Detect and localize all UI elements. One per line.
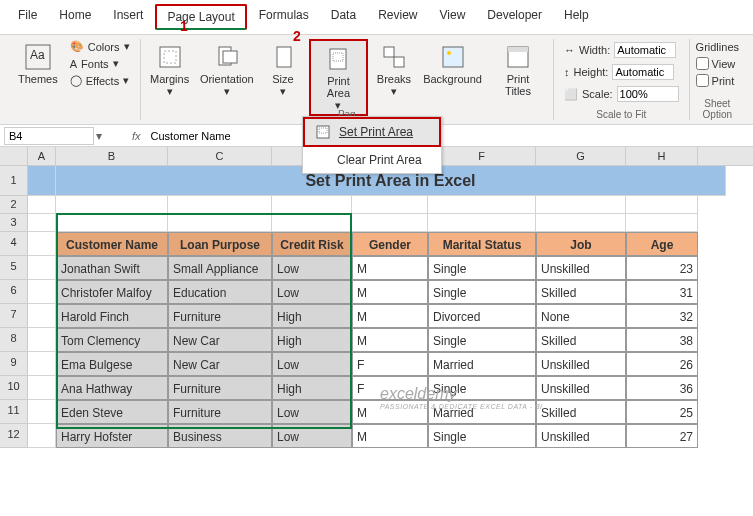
size-button[interactable]: Size▾ [261,39,305,116]
cell-D5[interactable]: Low [272,256,352,280]
cell-H9[interactable]: 26 [626,352,698,376]
print-area-button[interactable]: Print Area▾ [309,39,368,116]
menu-developer[interactable]: Developer [477,4,552,30]
cell-F12[interactable]: Single [428,424,536,448]
breaks-button[interactable]: Breaks▾ [372,39,416,116]
header-loan-purpose[interactable]: Loan Purpose [168,232,272,256]
cell-D12[interactable]: Low [272,424,352,448]
menu-help[interactable]: Help [554,4,599,30]
row-header-8[interactable]: 8 [0,328,28,352]
menu-insert[interactable]: Insert [103,4,153,30]
effects-button[interactable]: ◯ Effects▾ [66,73,134,88]
cell-A10[interactable] [28,376,56,400]
cell-A8[interactable] [28,328,56,352]
cell-G7[interactable]: None [536,304,626,328]
cell-E11[interactable]: M [352,400,428,424]
header-gender[interactable]: Gender [352,232,428,256]
name-box[interactable] [4,127,94,145]
cell-D6[interactable]: Low [272,280,352,304]
cell-H6[interactable]: 31 [626,280,698,304]
cell-B12[interactable]: Harry Hofster [56,424,168,448]
col-header-C[interactable]: C [168,147,272,165]
scale-width-input[interactable] [614,42,676,58]
row-header-9[interactable]: 9 [0,352,28,376]
cell-A9[interactable] [28,352,56,376]
cell-G9[interactable]: Unskilled [536,352,626,376]
cell-F11[interactable]: Married [428,400,536,424]
cell-G6[interactable]: Skilled [536,280,626,304]
col-header-F[interactable]: F [428,147,536,165]
fx-label[interactable]: fx [132,130,141,142]
cell-H7[interactable]: 32 [626,304,698,328]
menu-view[interactable]: View [430,4,476,30]
cell-E8[interactable]: M [352,328,428,352]
cell-F10[interactable]: Single [428,376,536,400]
cell-D11[interactable]: Low [272,400,352,424]
menu-file[interactable]: File [8,4,47,30]
row-header-3[interactable]: 3 [0,214,28,232]
header-age[interactable]: Age [626,232,698,256]
fonts-button[interactable]: A Fonts▾ [66,56,134,71]
cell-C8[interactable]: New Car [168,328,272,352]
cell-G10[interactable]: Unskilled [536,376,626,400]
view-checkbox[interactable] [696,57,709,70]
cell-A1[interactable] [28,166,56,196]
clear-print-area-item[interactable]: Clear Print Area [303,147,441,173]
cell-C5[interactable]: Small Appliance [168,256,272,280]
row-header-11[interactable]: 11 [0,400,28,424]
print-checkbox[interactable] [696,74,709,87]
menu-review[interactable]: Review [368,4,427,30]
row-header-1[interactable]: 1 [0,166,28,196]
colors-button[interactable]: 🎨 Colors▾ [66,39,134,54]
row-header-12[interactable]: 12 [0,424,28,448]
orientation-button[interactable]: Orientation▾ [197,39,257,116]
cell-H5[interactable]: 23 [626,256,698,280]
cell-C9[interactable]: New Car [168,352,272,376]
cell-H11[interactable]: 25 [626,400,698,424]
col-header-G[interactable]: G [536,147,626,165]
row-header-6[interactable]: 6 [0,280,28,304]
cell-H10[interactable]: 36 [626,376,698,400]
cell-G8[interactable]: Skilled [536,328,626,352]
cell-D8[interactable]: High [272,328,352,352]
cell-G11[interactable]: Skilled [536,400,626,424]
menu-page-layout[interactable]: Page Layout [155,4,246,30]
cell-F6[interactable]: Single [428,280,536,304]
cell-D7[interactable]: High [272,304,352,328]
scale-percent-input[interactable] [617,86,679,102]
cell-C6[interactable]: Education [168,280,272,304]
margins-button[interactable]: Margins▾ [147,39,193,116]
cell-E5[interactable]: M [352,256,428,280]
row-header-5[interactable]: 5 [0,256,28,280]
menu-home[interactable]: Home [49,4,101,30]
cell-B8[interactable]: Tom Clemency [56,328,168,352]
cell-A5[interactable] [28,256,56,280]
row-header-4[interactable]: 4 [0,232,28,256]
header-customer-name[interactable]: Customer Name [56,232,168,256]
set-print-area-item[interactable]: Set Print Area [303,117,441,147]
themes-button[interactable]: Aa Themes [14,39,62,88]
cell-C10[interactable]: Furniture [168,376,272,400]
row-header-2[interactable]: 2 [0,196,28,214]
header-credit-risk[interactable]: Credit Risk [272,232,352,256]
cell-B11[interactable]: Eden Steve [56,400,168,424]
cell-E10[interactable]: F [352,376,428,400]
cell-B7[interactable]: Harold Finch [56,304,168,328]
formula-input[interactable] [149,128,749,144]
cell-G5[interactable]: Unskilled [536,256,626,280]
print-gridlines-checkbox[interactable]: Print [696,74,739,87]
cell-C7[interactable]: Furniture [168,304,272,328]
cell-F7[interactable]: Divorced [428,304,536,328]
header-job[interactable]: Job [536,232,626,256]
menu-formulas[interactable]: Formulas [249,4,319,30]
col-header-A[interactable]: A [28,147,56,165]
row-header-10[interactable]: 10 [0,376,28,400]
cell-G12[interactable]: Unskilled [536,424,626,448]
cell-B5[interactable]: Jonathan Swift [56,256,168,280]
cell-F9[interactable]: Married [428,352,536,376]
cell-D9[interactable]: Low [272,352,352,376]
cell-E12[interactable]: M [352,424,428,448]
scale-height-input[interactable] [612,64,674,80]
cell-H8[interactable]: 38 [626,328,698,352]
cell-A12[interactable] [28,424,56,448]
